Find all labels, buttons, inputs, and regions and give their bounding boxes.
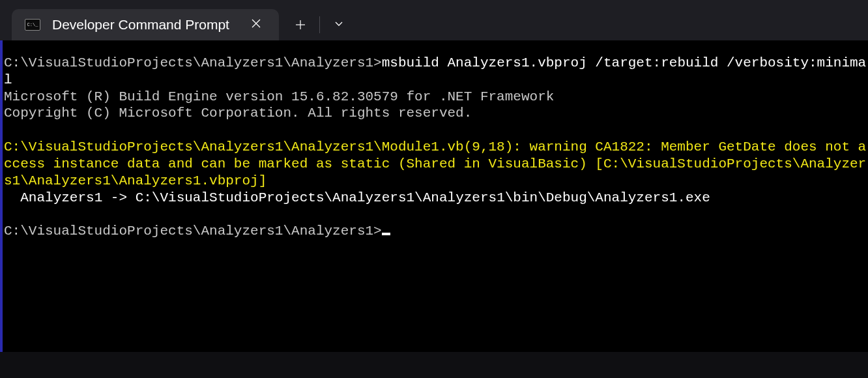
tab-dropdown-button[interactable] <box>325 14 353 36</box>
bottom-bar <box>0 352 868 378</box>
tab-actions <box>279 9 353 40</box>
build-output-line: Analyzers1 -> C:\VisualStudioProjects\An… <box>4 190 867 207</box>
output-line: Copyright (C) Microsoft Corporation. All… <box>4 105 867 122</box>
divider <box>319 16 320 33</box>
chevron-down-icon <box>334 19 343 28</box>
close-icon <box>252 19 261 28</box>
warning-line: C:\VisualStudioProjects\Analyzers1\Analy… <box>4 139 867 189</box>
titlebar: Developer Command Prompt <box>0 0 868 40</box>
plus-icon <box>296 20 305 29</box>
terminal-icon <box>25 19 40 31</box>
terminal-area[interactable]: C:\VisualStudioProjects\Analyzers1\Analy… <box>0 40 868 352</box>
prompt-text: C:\VisualStudioProjects\Analyzers1\Analy… <box>4 55 382 70</box>
terminal-content: C:\VisualStudioProjects\Analyzers1\Analy… <box>4 55 867 240</box>
output-line: Microsoft (R) Build Engine version 15.6.… <box>4 89 867 106</box>
active-tab[interactable]: Developer Command Prompt <box>12 9 279 40</box>
cursor <box>382 233 390 235</box>
close-tab-button[interactable] <box>246 16 266 33</box>
prompt-text: C:\VisualStudioProjects\Analyzers1\Analy… <box>4 224 382 239</box>
tab-title: Developer Command Prompt <box>52 17 235 33</box>
new-tab-button[interactable] <box>287 12 314 38</box>
